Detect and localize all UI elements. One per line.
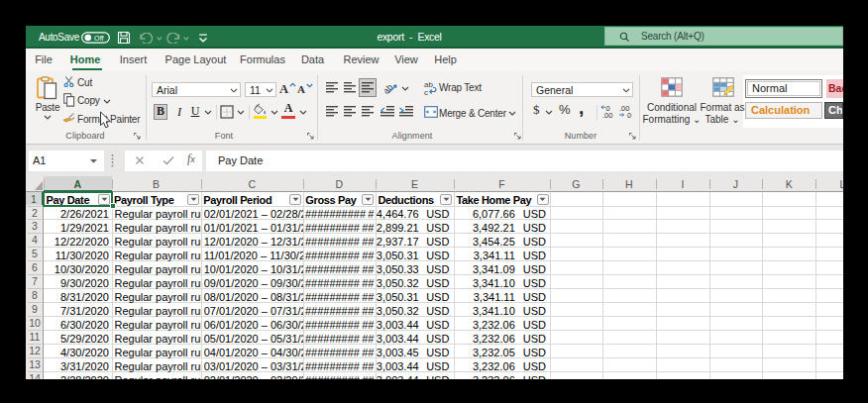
svg-text:c: c: [424, 88, 428, 96]
svg-text:0: 0: [606, 104, 610, 113]
svg-text:Off: Off: [94, 34, 105, 43]
svg-text:0: 0: [627, 111, 631, 119]
